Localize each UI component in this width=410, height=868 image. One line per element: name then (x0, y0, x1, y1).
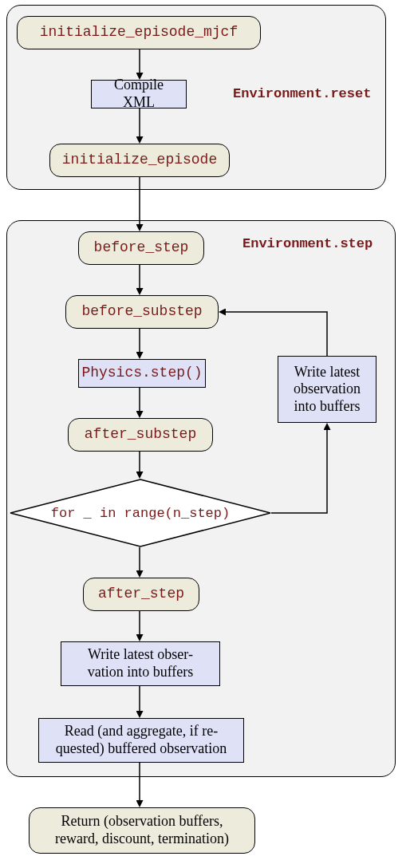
compile-xml-node: Compile XML (91, 80, 187, 108)
after-step-node: after_step (83, 578, 199, 611)
read-obs-node: Read (and aggregate, if re- quested) buf… (38, 718, 244, 763)
loop-decision-label: for _ in range(n_step) (10, 479, 271, 547)
compile-xml-label: Compile XML (100, 77, 178, 111)
init-mjcf-node: initialize_episode_mjcf (17, 16, 261, 49)
return-label: Return (observation buffers, reward, dis… (55, 813, 229, 847)
before-substep-label: before_substep (81, 303, 202, 321)
return-node: Return (observation buffers, reward, dis… (29, 807, 255, 854)
loop-write-obs-label: Write latest observation into buffers (286, 364, 368, 416)
init-episode-label: initialize_episode (62, 152, 217, 169)
after-substep-label: after_substep (85, 426, 196, 444)
loop-decision: for _ in range(n_step) (10, 479, 271, 547)
after-substep-node: after_substep (68, 418, 213, 452)
reset-panel-label: Environment.reset (233, 86, 371, 101)
before-step-node: before_step (78, 231, 204, 265)
read-obs-label: Read (and aggregate, if re- quested) buf… (56, 723, 227, 757)
loop-write-obs-node: Write latest observation into buffers (278, 356, 376, 423)
step-panel-label: Environment.step (242, 236, 373, 251)
before-substep-node: before_substep (65, 295, 219, 329)
physics-step-label: Physics.step() (81, 365, 202, 382)
after-step-label: after_step (98, 586, 184, 603)
write-obs-label: Write latest obser- vation into buffers (88, 646, 194, 681)
write-obs-node: Write latest obser- vation into buffers (61, 641, 220, 686)
init-mjcf-label: initialize_episode_mjcf (40, 24, 238, 41)
init-episode-node: initialize_episode (49, 144, 230, 177)
physics-step-node: Physics.step() (78, 359, 206, 388)
before-step-label: before_step (94, 239, 189, 257)
